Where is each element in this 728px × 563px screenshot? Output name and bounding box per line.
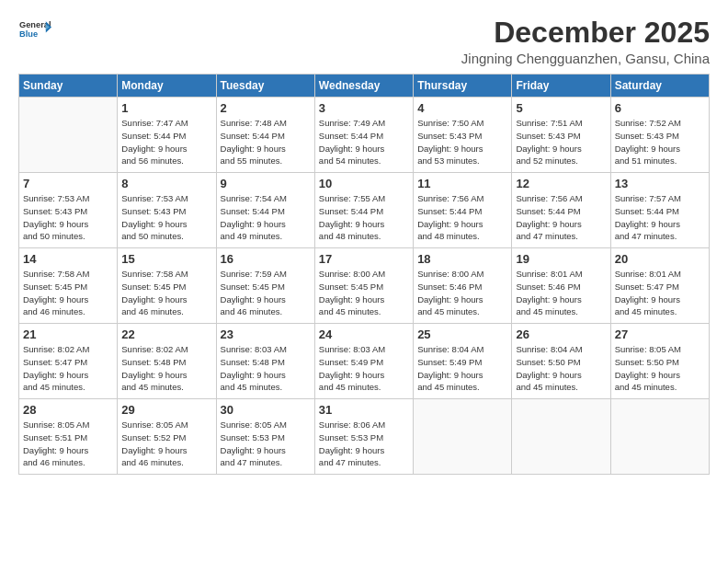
day-number: 8 bbox=[121, 177, 211, 190]
sunset-text: Sunset: 5:49 PM bbox=[319, 356, 409, 369]
sunrise-text: Sunrise: 8:05 AM bbox=[23, 419, 113, 431]
day-info: Sunrise: 7:58 AMSunset: 5:45 PMDaylight:… bbox=[121, 268, 211, 318]
month-title: December 2025 bbox=[461, 17, 710, 49]
daylight-text-2: and 50 minutes. bbox=[23, 230, 113, 243]
day-info: Sunrise: 8:04 AMSunset: 5:50 PMDaylight:… bbox=[516, 343, 606, 394]
daylight-text-2: and 52 minutes. bbox=[516, 155, 606, 167]
day-info: Sunrise: 7:49 AMSunset: 5:44 PMDaylight:… bbox=[319, 117, 409, 167]
sunset-text: Sunset: 5:43 PM bbox=[121, 205, 211, 218]
daylight-text-2: and 47 minutes. bbox=[516, 230, 606, 243]
calendar-week-row: 1Sunrise: 7:47 AMSunset: 5:44 PMDaylight… bbox=[19, 98, 710, 173]
location-subtitle: Jingning Chengguanzhen, Gansu, China bbox=[461, 51, 710, 66]
day-info: Sunrise: 7:48 AMSunset: 5:44 PMDaylight:… bbox=[221, 117, 311, 167]
daylight-text-2: and 47 minutes. bbox=[221, 456, 311, 469]
table-row: 17Sunrise: 8:00 AMSunset: 5:45 PMDayligh… bbox=[314, 248, 413, 324]
table-row: 29Sunrise: 8:05 AMSunset: 5:52 PMDayligh… bbox=[118, 399, 216, 475]
daylight-text: Daylight: 9 hours bbox=[121, 218, 211, 231]
sunrise-text: Sunrise: 7:58 AM bbox=[23, 268, 113, 281]
day-number: 5 bbox=[516, 101, 606, 115]
daylight-text: Daylight: 9 hours bbox=[23, 369, 113, 382]
day-info: Sunrise: 7:52 AMSunset: 5:43 PMDaylight:… bbox=[615, 117, 705, 167]
daylight-text-2: and 45 minutes. bbox=[516, 305, 606, 318]
day-number: 13 bbox=[615, 177, 705, 190]
sunrise-text: Sunrise: 7:59 AM bbox=[221, 268, 311, 281]
day-number: 11 bbox=[417, 177, 507, 190]
day-number: 19 bbox=[516, 252, 606, 266]
table-row: 1Sunrise: 7:47 AMSunset: 5:44 PMDaylight… bbox=[118, 98, 216, 173]
day-number: 12 bbox=[516, 177, 606, 190]
sunrise-text: Sunrise: 7:47 AM bbox=[121, 117, 211, 130]
page: General Blue December 2025 Jingning Chen… bbox=[0, 0, 728, 563]
sunrise-text: Sunrise: 8:02 AM bbox=[23, 343, 113, 356]
sunrise-text: Sunrise: 7:54 AM bbox=[221, 192, 311, 205]
day-info: Sunrise: 7:51 AMSunset: 5:43 PMDaylight:… bbox=[516, 117, 606, 167]
calendar-week-row: 21Sunrise: 8:02 AMSunset: 5:47 PMDayligh… bbox=[19, 324, 710, 399]
daylight-text: Daylight: 9 hours bbox=[319, 293, 409, 306]
table-row: 7Sunrise: 7:53 AMSunset: 5:43 PMDaylight… bbox=[19, 173, 118, 248]
day-number: 3 bbox=[319, 101, 409, 115]
daylight-text-2: and 46 minutes. bbox=[121, 456, 211, 469]
sunrise-text: Sunrise: 7:53 AM bbox=[121, 192, 211, 205]
sunset-text: Sunset: 5:45 PM bbox=[121, 281, 211, 293]
day-info: Sunrise: 8:01 AMSunset: 5:46 PMDaylight:… bbox=[516, 268, 606, 318]
sunset-text: Sunset: 5:44 PM bbox=[221, 205, 311, 218]
sunset-text: Sunset: 5:44 PM bbox=[221, 130, 311, 143]
table-row: 25Sunrise: 8:04 AMSunset: 5:49 PMDayligh… bbox=[414, 324, 512, 399]
calendar-header-row: SundayMondayTuesdayWednesdayThursdayFrid… bbox=[19, 75, 710, 98]
daylight-text: Daylight: 9 hours bbox=[516, 293, 606, 306]
table-row: 26Sunrise: 8:04 AMSunset: 5:50 PMDayligh… bbox=[512, 324, 610, 399]
day-info: Sunrise: 8:06 AMSunset: 5:53 PMDaylight:… bbox=[319, 419, 409, 469]
sunrise-text: Sunrise: 7:49 AM bbox=[319, 117, 409, 130]
daylight-text-2: and 46 minutes. bbox=[23, 456, 113, 469]
sunrise-text: Sunrise: 7:55 AM bbox=[319, 192, 409, 205]
calendar-header-wednesday: Wednesday bbox=[314, 75, 413, 98]
day-number: 14 bbox=[23, 252, 113, 266]
daylight-text: Daylight: 9 hours bbox=[121, 293, 211, 306]
day-number: 1 bbox=[121, 101, 211, 115]
sunset-text: Sunset: 5:50 PM bbox=[516, 356, 606, 369]
table-row: 12Sunrise: 7:56 AMSunset: 5:44 PMDayligh… bbox=[512, 173, 610, 248]
day-number: 7 bbox=[23, 177, 113, 190]
sunset-text: Sunset: 5:44 PM bbox=[615, 205, 705, 218]
day-info: Sunrise: 7:56 AMSunset: 5:44 PMDaylight:… bbox=[516, 192, 606, 243]
table-row bbox=[610, 399, 709, 475]
calendar-header-saturday: Saturday bbox=[610, 75, 709, 98]
daylight-text-2: and 47 minutes. bbox=[615, 230, 705, 243]
day-number: 15 bbox=[121, 252, 211, 266]
day-info: Sunrise: 8:02 AMSunset: 5:47 PMDaylight:… bbox=[23, 343, 113, 394]
day-number: 25 bbox=[417, 327, 507, 341]
sunrise-text: Sunrise: 7:51 AM bbox=[516, 117, 606, 130]
daylight-text-2: and 45 minutes. bbox=[417, 305, 507, 318]
daylight-text-2: and 46 minutes. bbox=[23, 305, 113, 318]
daylight-text-2: and 45 minutes. bbox=[319, 381, 409, 394]
sunrise-text: Sunrise: 7:57 AM bbox=[615, 192, 705, 205]
daylight-text-2: and 56 minutes. bbox=[121, 155, 211, 167]
daylight-text-2: and 48 minutes. bbox=[417, 230, 507, 243]
table-row: 23Sunrise: 8:03 AMSunset: 5:48 PMDayligh… bbox=[216, 324, 314, 399]
daylight-text: Daylight: 9 hours bbox=[516, 369, 606, 382]
day-number: 18 bbox=[417, 252, 507, 266]
sunrise-text: Sunrise: 7:52 AM bbox=[615, 117, 705, 130]
day-info: Sunrise: 7:53 AMSunset: 5:43 PMDaylight:… bbox=[121, 192, 211, 243]
sunset-text: Sunset: 5:44 PM bbox=[121, 130, 211, 143]
daylight-text: Daylight: 9 hours bbox=[23, 218, 113, 231]
day-number: 30 bbox=[221, 403, 311, 417]
daylight-text: Daylight: 9 hours bbox=[221, 444, 311, 457]
daylight-text: Daylight: 9 hours bbox=[615, 143, 705, 155]
day-number: 27 bbox=[615, 327, 705, 341]
daylight-text-2: and 50 minutes. bbox=[121, 230, 211, 243]
sunrise-text: Sunrise: 8:04 AM bbox=[516, 343, 606, 356]
sunrise-text: Sunrise: 8:02 AM bbox=[121, 343, 211, 356]
day-info: Sunrise: 8:05 AMSunset: 5:50 PMDaylight:… bbox=[615, 343, 705, 394]
sunrise-text: Sunrise: 7:48 AM bbox=[221, 117, 311, 130]
sunset-text: Sunset: 5:49 PM bbox=[417, 356, 507, 369]
day-number: 20 bbox=[615, 252, 705, 266]
daylight-text-2: and 45 minutes. bbox=[615, 381, 705, 394]
table-row: 19Sunrise: 8:01 AMSunset: 5:46 PMDayligh… bbox=[512, 248, 610, 324]
daylight-text: Daylight: 9 hours bbox=[23, 444, 113, 457]
day-info: Sunrise: 8:05 AMSunset: 5:51 PMDaylight:… bbox=[23, 419, 113, 469]
table-row: 18Sunrise: 8:00 AMSunset: 5:46 PMDayligh… bbox=[414, 248, 512, 324]
daylight-text: Daylight: 9 hours bbox=[516, 143, 606, 155]
day-number: 23 bbox=[221, 327, 311, 341]
sunrise-text: Sunrise: 7:58 AM bbox=[121, 268, 211, 281]
